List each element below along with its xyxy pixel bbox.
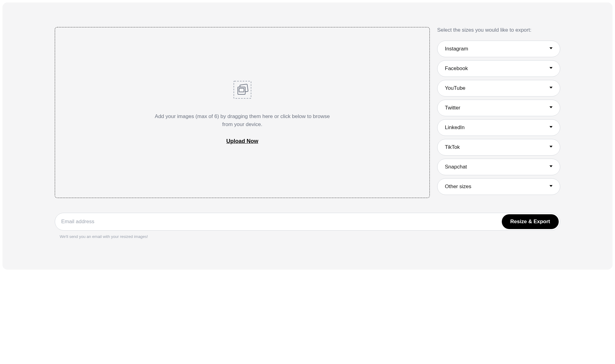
sizes-title: Select the sizes you would like to expor… [437, 27, 560, 33]
size-dropdown-snapchat[interactable]: Snapchat [437, 159, 560, 175]
size-dropdown-facebook[interactable]: Facebook [437, 60, 560, 77]
size-dropdown-linkedin[interactable]: LinkedIn [437, 119, 560, 136]
size-dropdown-youtube[interactable]: YouTube [437, 80, 560, 97]
caret-down-icon [549, 165, 553, 167]
caret-down-icon [549, 87, 553, 89]
caret-down-icon [549, 47, 553, 49]
size-dropdown-other[interactable]: Other sizes [437, 178, 560, 195]
resize-export-button[interactable]: Resize & Export [502, 214, 559, 229]
upload-dropzone[interactable]: Add your images (max of 6) by dragging t… [55, 27, 430, 198]
dropdown-label: Other sizes [445, 184, 471, 190]
caret-down-icon [549, 126, 553, 128]
dropzone-instructions: Add your images (max of 6) by dragging t… [153, 113, 332, 128]
dropdown-label: Snapchat [445, 164, 467, 170]
images-placeholder-icon [233, 81, 252, 100]
email-hint: We'll send you an email with your resize… [60, 234, 560, 239]
dropdown-label: Facebook [445, 65, 468, 72]
dropdown-label: LinkedIn [445, 125, 465, 131]
email-input[interactable] [59, 214, 502, 229]
sizes-panel: Select the sizes you would like to expor… [437, 27, 560, 198]
dropdown-label: Instagram [445, 46, 468, 52]
upload-now-link[interactable]: Upload Now [226, 138, 258, 144]
dropdown-label: TikTok [445, 144, 460, 150]
dropdown-label: Twitter [445, 105, 460, 111]
email-row: Resize & Export [55, 213, 560, 231]
caret-down-icon [549, 106, 553, 108]
size-dropdown-tiktok[interactable]: TikTok [437, 139, 560, 156]
size-dropdown-instagram[interactable]: Instagram [437, 41, 560, 57]
dropdown-label: YouTube [445, 85, 465, 91]
page-container: Add your images (max of 6) by dragging t… [2, 2, 613, 270]
caret-down-icon [549, 67, 553, 69]
email-section: Resize & Export We'll send you an email … [55, 213, 560, 239]
caret-down-icon [549, 185, 553, 187]
caret-down-icon [549, 146, 553, 148]
main-layout: Add your images (max of 6) by dragging t… [55, 27, 560, 198]
size-dropdown-twitter[interactable]: Twitter [437, 100, 560, 116]
